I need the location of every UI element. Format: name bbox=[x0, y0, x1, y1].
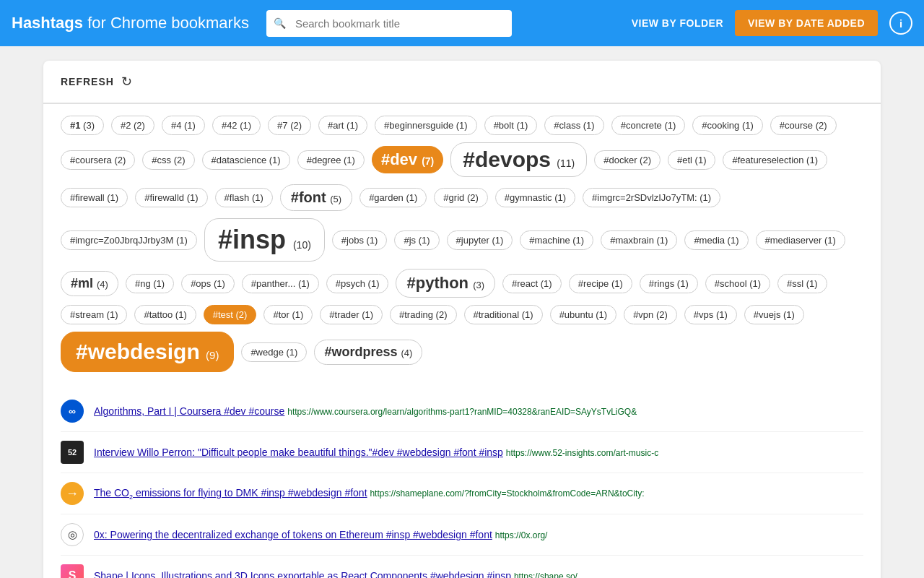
bookmarks-list: ∞ Algorithms, Part I | Coursera #dev #co… bbox=[43, 384, 881, 578]
bookmark-url[interactable]: https://shameplane.com/?fromCity=Stockho… bbox=[370, 488, 644, 499]
header: Hashtags for Chrome bookmarks VIEW BY FO… bbox=[0, 0, 924, 46]
tag-firewalld[interactable]: #firewalld (1) bbox=[135, 188, 207, 207]
tags-area: #1 (3) #2 (2) #4 (1) #42 (1) #7 (2) #art… bbox=[43, 104, 881, 384]
bookmark-url[interactable]: https://shape.so/ bbox=[514, 571, 578, 578]
tag-imgrc1[interactable]: #imgrc=2rSDvlzIJo7yTM: (1) bbox=[583, 188, 720, 207]
tag-css[interactable]: #css (2) bbox=[142, 150, 194, 170]
tag-dev[interactable]: #dev (7) bbox=[372, 146, 443, 173]
tag-webdesign[interactable]: #webdesign (9) bbox=[61, 332, 234, 372]
main-content: REFRESH ↻ #1 (3) #2 (2) #4 (1) #42 (1) #… bbox=[0, 46, 924, 578]
tag-featureselection[interactable]: #featureselection (1) bbox=[723, 150, 827, 170]
bookmark-favicon: 52 bbox=[61, 441, 84, 464]
tag-trader[interactable]: #trader (1) bbox=[320, 305, 383, 324]
bookmark-text: The CO2 emissions for flying to DMK #ins… bbox=[94, 487, 863, 501]
tag-js[interactable]: #js (1) bbox=[394, 230, 439, 250]
view-folder-button[interactable]: VIEW BY FOLDER bbox=[632, 17, 723, 29]
bookmark-url[interactable]: https://www.coursera.org/learn/algorithm… bbox=[287, 407, 637, 417]
app-title-rest: for Chrome bookmarks bbox=[83, 14, 249, 32]
tag-panther[interactable]: #panther... (1) bbox=[242, 274, 319, 293]
view-date-added-button[interactable]: VIEW BY DATE ADDED bbox=[735, 10, 878, 36]
tag-python[interactable]: #python (3) bbox=[396, 269, 495, 298]
tag-machine[interactable]: #machine (1) bbox=[520, 230, 593, 250]
bookmark-text: Shape | Icons, Illustrations and 3D Icon… bbox=[94, 570, 863, 578]
tag-cooking[interactable]: #cooking (1) bbox=[692, 116, 763, 135]
tag-tor[interactable]: #tor (1) bbox=[263, 305, 313, 324]
tag-4[interactable]: #4 (1) bbox=[162, 116, 205, 135]
tag-course[interactable]: #course (2) bbox=[770, 116, 837, 135]
bookmark-title[interactable]: The CO2 emissions for flying to DMK #ins… bbox=[94, 487, 367, 499]
refresh-icon[interactable]: ↻ bbox=[121, 74, 132, 90]
bookmark-favicon: ◎ bbox=[61, 523, 84, 546]
tag-garden[interactable]: #garden (1) bbox=[359, 188, 427, 207]
tag-recipe[interactable]: #recipe (1) bbox=[569, 274, 632, 293]
info-button[interactable]: i bbox=[889, 12, 912, 35]
tag-vps[interactable]: #vps (1) bbox=[684, 305, 737, 324]
bookmark-favicon: S bbox=[61, 564, 84, 578]
bookmark-item: → The CO2 emissions for flying to DMK #i… bbox=[61, 473, 863, 514]
tag-imgrc2[interactable]: #imgrc=Zo0JbrqJJrby3M (1) bbox=[61, 230, 197, 250]
bookmark-title[interactable]: Shape | Icons, Illustrations and 3D Icon… bbox=[94, 570, 511, 578]
tag-gymnastic[interactable]: #gymnastic (1) bbox=[495, 188, 575, 207]
tag-ubuntu[interactable]: #ubuntu (1) bbox=[550, 305, 617, 324]
tag-7[interactable]: #7 (2) bbox=[268, 116, 311, 135]
content-card: REFRESH ↻ #1 (3) #2 (2) #4 (1) #42 (1) #… bbox=[43, 61, 881, 578]
tag-react[interactable]: #react (1) bbox=[502, 274, 562, 293]
tag-flash[interactable]: #flash (1) bbox=[215, 188, 273, 207]
tag-vpn[interactable]: #vpn (2) bbox=[624, 305, 677, 324]
tag-etl[interactable]: #etl (1) bbox=[668, 150, 715, 170]
tag-school[interactable]: #school (1) bbox=[705, 274, 770, 293]
tag-42[interactable]: #42 (1) bbox=[212, 116, 261, 135]
tag-jobs[interactable]: #jobs (1) bbox=[332, 230, 388, 250]
bookmark-item: S Shape | Icons, Illustrations and 3D Ic… bbox=[61, 556, 863, 578]
tag-1[interactable]: #1 (3) bbox=[61, 116, 104, 135]
bookmark-url[interactable]: https://www.52-insights.com/art-music-c bbox=[506, 448, 658, 458]
tag-degree[interactable]: #degree (1) bbox=[297, 150, 365, 170]
tag-vuejs[interactable]: #vuejs (1) bbox=[744, 305, 804, 324]
bookmark-text: Interview Willo Perron: "Difficult peopl… bbox=[94, 447, 863, 458]
tag-maxbrain[interactable]: #maxbrain (1) bbox=[601, 230, 677, 250]
tag-ssl[interactable]: #ssl (1) bbox=[777, 274, 827, 293]
tag-jupyter[interactable]: #jupyter (1) bbox=[447, 230, 513, 250]
tag-coursera[interactable]: #coursera (2) bbox=[61, 150, 135, 170]
bookmark-url[interactable]: https://0x.org/ bbox=[495, 530, 548, 540]
tag-font[interactable]: #font (5) bbox=[280, 184, 352, 211]
bookmark-item: 52 Interview Willo Perron: "Difficult pe… bbox=[61, 432, 863, 473]
bookmark-title[interactable]: Interview Willo Perron: "Difficult peopl… bbox=[94, 447, 503, 458]
search-input[interactable] bbox=[266, 10, 512, 37]
app-title-hashtags: Hashtags bbox=[12, 14, 83, 32]
tag-ng[interactable]: #ng (1) bbox=[126, 274, 174, 293]
bookmark-favicon: ∞ bbox=[61, 400, 84, 423]
tag-devops[interactable]: #devops (11) bbox=[450, 142, 587, 177]
bookmark-title[interactable]: Algorithms, Part I | Coursera #dev #cour… bbox=[94, 405, 284, 417]
tag-wordpress[interactable]: #wordpress (4) bbox=[314, 340, 422, 365]
refresh-bar: REFRESH ↻ bbox=[43, 61, 881, 104]
tag-media[interactable]: #media (1) bbox=[684, 230, 748, 250]
tag-test[interactable]: #test (2) bbox=[204, 305, 257, 324]
tag-class[interactable]: #class (1) bbox=[544, 116, 603, 135]
tag-bolt[interactable]: #bolt (1) bbox=[484, 116, 538, 135]
search-icon-wrap bbox=[266, 10, 512, 37]
tag-ml[interactable]: #ml (4) bbox=[61, 271, 118, 296]
tag-insp[interactable]: #insp (10) bbox=[204, 218, 325, 262]
tag-tattoo[interactable]: #tattoo (1) bbox=[134, 305, 196, 324]
tag-trading[interactable]: #trading (2) bbox=[390, 305, 456, 324]
tag-rings[interactable]: #rings (1) bbox=[640, 274, 698, 293]
tag-concrete[interactable]: #concrete (1) bbox=[611, 116, 686, 135]
tag-art[interactable]: #art (1) bbox=[318, 116, 367, 135]
tag-beginnersguide[interactable]: #beginnersguide (1) bbox=[375, 116, 477, 135]
tag-2[interactable]: #2 (2) bbox=[111, 116, 154, 135]
tag-ops[interactable]: #ops (1) bbox=[181, 274, 235, 293]
tag-firewall[interactable]: #firewall (1) bbox=[61, 188, 128, 207]
bookmark-title[interactable]: 0x: Powering the decentralized exchange … bbox=[94, 529, 492, 540]
tag-datascience[interactable]: #datascience (1) bbox=[202, 150, 290, 170]
tag-docker[interactable]: #docker (2) bbox=[594, 150, 661, 170]
app-title: Hashtags for Chrome bookmarks bbox=[12, 14, 249, 33]
tag-traditional[interactable]: #traditional (1) bbox=[464, 305, 543, 324]
tag-grid[interactable]: #grid (2) bbox=[434, 188, 487, 207]
bookmark-favicon: → bbox=[61, 482, 84, 505]
bookmark-item: ◎ 0x: Powering the decentralized exchang… bbox=[61, 514, 863, 556]
tag-wedge[interactable]: #wedge (1) bbox=[241, 342, 307, 362]
tag-mediaserver[interactable]: #mediaserver (1) bbox=[756, 230, 845, 250]
tag-psych[interactable]: #psych (1) bbox=[326, 274, 389, 293]
tag-stream[interactable]: #stream (1) bbox=[61, 305, 127, 324]
